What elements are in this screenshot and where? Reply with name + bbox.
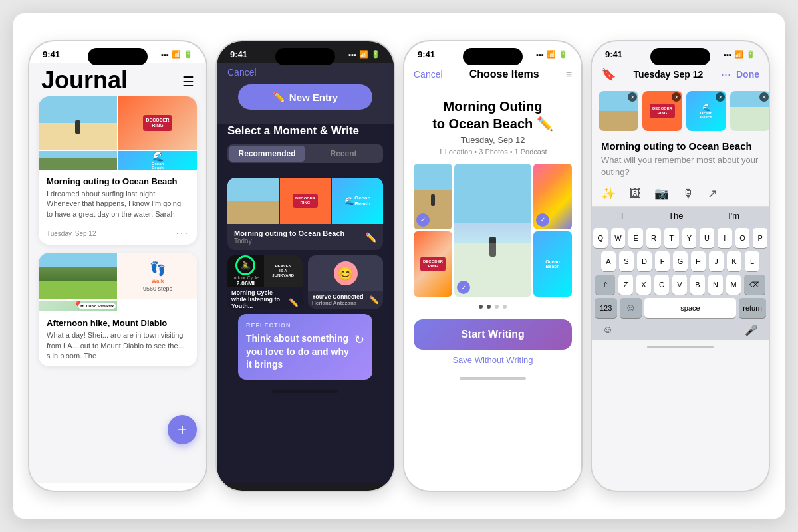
shift-key[interactable]: ⇧ <box>595 275 615 295</box>
emoji-bottom-icon[interactable]: ☺ <box>602 324 613 336</box>
writing-placeholder[interactable]: What will you remember most about your o… <box>601 154 759 178</box>
strip-photo-2[interactable]: DECODERRING ✕ <box>642 91 682 131</box>
recent-tab[interactable]: Recent <box>305 146 382 162</box>
reflection-card[interactable]: REFLECTION ↻ Think about something you l… <box>238 314 372 380</box>
strip-photo-4[interactable]: ✕ <box>730 91 769 131</box>
pg-right-bottom-photo[interactable]: OceanBeach <box>533 231 572 297</box>
more-options-icon[interactable]: ··· <box>721 68 731 82</box>
key-h[interactable]: H <box>691 251 706 271</box>
dot-3 <box>495 305 499 309</box>
done-button[interactable]: Done <box>736 69 759 80</box>
strip-photo-3[interactable]: 🌊 OceanBeach ✕ <box>686 91 726 131</box>
key-m[interactable]: M <box>726 275 741 295</box>
cycle-mini-card[interactable]: 🚴 Indoor Cycle 2.06MI HEAVENIS AJUNKYARD <box>227 255 303 309</box>
pg-left-top-photo[interactable]: ✓ <box>414 164 452 229</box>
key-x[interactable]: X <box>636 275 651 295</box>
return-key[interactable]: return <box>739 298 766 318</box>
sparkle-icon[interactable]: ✨ <box>601 186 616 201</box>
key-t[interactable]: T <box>664 228 679 248</box>
key-l[interactable]: L <box>745 251 759 271</box>
pred-word-3[interactable]: I'm <box>728 211 739 221</box>
phone3-cancel-button[interactable]: Cancel <box>414 69 443 80</box>
dynamic-island-3 <box>463 48 523 65</box>
list-icon[interactable]: ≡ <box>566 68 572 80</box>
mc-ocean-photo: 🌊 OceanBeach <box>332 178 383 224</box>
pencil-icon[interactable]: ✏️ <box>537 116 553 131</box>
new-entry-pill[interactable]: ✏️ New Entry <box>238 84 372 110</box>
mc-beach-photo <box>227 178 279 224</box>
numbers-key[interactable]: 123 <box>595 298 617 318</box>
recommended-tab[interactable]: Recommended <box>229 146 305 162</box>
key-q[interactable]: Q <box>593 228 608 248</box>
key-f[interactable]: F <box>655 251 670 271</box>
prizefighter-mini-card[interactable]: 😊 You've Connected Herland Antezana ✏️ <box>308 255 383 309</box>
bookmark-icon[interactable]: 🔖 <box>601 67 616 82</box>
select-moment-section: Select a Moment & Write Recommended Rece… <box>217 124 394 178</box>
moment-card-ocean[interactable]: DECODERRING 🌊 OceanBeach Morning outing … <box>227 178 383 250</box>
key-c[interactable]: C <box>654 275 669 295</box>
mic-icon[interactable]: 🎤 <box>745 324 758 336</box>
journal-card-2[interactable]: 👣 Walk 9560 steps 📍 Mt. Diablo State Par… <box>39 253 197 366</box>
filter-icon[interactable]: ☰ <box>182 74 194 90</box>
pred-word-1[interactable]: I <box>621 211 624 221</box>
time-4: 9:41 <box>605 49 622 59</box>
key-d[interactable]: D <box>637 251 652 271</box>
key-s[interactable]: S <box>619 251 634 271</box>
new-entry-header: Cancel <box>217 63 394 84</box>
key-e[interactable]: E <box>628 228 643 248</box>
phone2-cancel-button[interactable]: Cancel <box>227 67 257 78</box>
key-r[interactable]: R <box>646 228 661 248</box>
pg-person-1 <box>431 194 435 206</box>
key-j[interactable]: J <box>709 251 724 271</box>
choose-header: Cancel Choose Items ≡ <box>404 63 581 87</box>
select-moment-title: Select a Moment & Write <box>227 124 383 138</box>
key-o[interactable]: O <box>735 228 750 248</box>
delete-key[interactable]: ⌫ <box>744 275 765 295</box>
emoji-key[interactable]: ☺ <box>620 298 641 318</box>
battery-icon: 🔋 <box>184 50 193 59</box>
remove-photo-4-icon[interactable]: ✕ <box>759 92 769 102</box>
cycle-edit-icon[interactable]: ✏️ <box>289 298 299 307</box>
key-k[interactable]: K <box>727 251 741 271</box>
remove-photo-1-icon[interactable]: ✕ <box>628 92 637 102</box>
key-p[interactable]: P <box>753 228 767 248</box>
space-key[interactable]: space <box>644 298 737 318</box>
photo-icon[interactable]: 🖼 <box>629 187 641 201</box>
check-circle-1: ✓ <box>416 213 430 227</box>
key-u[interactable]: U <box>700 228 714 248</box>
camera-icon[interactable]: 📷 <box>654 186 669 201</box>
pg-left-bottom-photo[interactable]: DECODERRING <box>414 231 452 297</box>
start-writing-button[interactable]: Start Writing <box>414 319 572 350</box>
pf-edit-icon[interactable]: ✏️ <box>369 295 379 305</box>
key-w[interactable]: W <box>611 228 626 248</box>
pg-ocean-label: OceanBeach <box>545 259 559 269</box>
strip-photo-1[interactable]: ✕ <box>598 91 638 131</box>
journal-card-1[interactable]: DECODERRING 🌊 OceanBeach Morning outing … <box>39 96 197 245</box>
send-icon[interactable]: ↗ <box>708 186 718 201</box>
pg-center-photo[interactable]: ✓ <box>454 164 531 297</box>
ocean-badge: 🌊 OceanBeach <box>118 151 197 170</box>
choose-title: Choose Items <box>469 68 539 80</box>
save-without-button[interactable]: Save Without Writing <box>414 355 572 365</box>
key-v[interactable]: V <box>672 275 687 295</box>
key-g[interactable]: G <box>673 251 688 271</box>
moment1-edit-icon[interactable]: ✏️ <box>365 232 376 243</box>
pred-word-2[interactable]: The <box>668 211 683 221</box>
key-i[interactable]: I <box>718 228 732 248</box>
key-y[interactable]: Y <box>682 228 697 248</box>
key-z[interactable]: Z <box>618 275 633 295</box>
cycle-mini-title: Morning Cycle while listening to Youth..… <box>231 289 289 309</box>
remove-photo-2-icon[interactable]: ✕ <box>672 92 681 102</box>
key-a[interactable]: A <box>601 251 616 271</box>
key-n[interactable]: N <box>708 275 723 295</box>
remove-photo-3-icon[interactable]: ✕ <box>716 92 725 102</box>
add-entry-fab[interactable]: + <box>168 415 197 444</box>
card1-photo-grid: DECODERRING 🌊 OceanBeach <box>39 96 197 170</box>
card1-more-icon[interactable]: ··· <box>176 227 189 239</box>
key-b[interactable]: B <box>690 275 705 295</box>
card1-text: I dreamed about surfing last night. When… <box>47 189 189 219</box>
waveform-icon[interactable]: 🎙 <box>682 187 694 201</box>
refresh-icon[interactable]: ↻ <box>354 332 364 347</box>
pg-right-top-photo[interactable]: ✓ <box>533 164 572 229</box>
keyboard-row-3: ⇧ Z X C V B N M ⌫ <box>593 275 767 295</box>
